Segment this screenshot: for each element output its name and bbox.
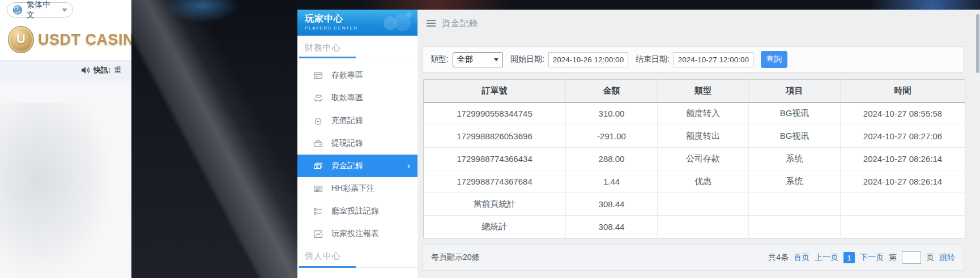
first-page-link[interactable]: 首页 — [794, 253, 809, 263]
game-controller-icon — [384, 12, 413, 33]
table-cell: 公司存款 — [658, 148, 749, 170]
sidebar: 玩家中心 PLAYERS CENTER 財務中心 存款專區取款專區充值記錄提現記… — [297, 10, 417, 278]
table-cell: 1729990558344745 — [424, 102, 566, 125]
search-button[interactable]: 查詢 — [761, 51, 787, 68]
hamburger-icon[interactable] — [427, 20, 436, 27]
withdraw-hand-icon — [313, 93, 323, 103]
filter-bar: 類型: 全部 開始日期: 结束日期: 查詢 — [422, 46, 964, 72]
hero-light-streak — [131, 0, 297, 278]
table-row: 1729988774366434288.00公司存款系统2024-10-27 0… — [424, 148, 965, 170]
section-underline — [297, 266, 417, 268]
player-center-panel: 玩家中心 PLAYERS CENTER 財務中心 存款專區取款專區充值記錄提現記… — [297, 10, 975, 278]
end-date-input[interactable] — [674, 52, 753, 67]
table-cell: 當前頁統計 — [424, 193, 566, 216]
start-date-label: 開始日期: — [510, 54, 544, 65]
purse-icon — [313, 138, 323, 148]
table-cell: 總統計 — [424, 216, 566, 238]
hero-background — [131, 0, 297, 278]
table-row: 1729988826053696-291.00额度转出BG视讯2024-10-2… — [424, 125, 965, 148]
page-title: 資金記錄 — [442, 18, 478, 29]
sidebar-item-withdraw-record[interactable]: 提現記錄 — [297, 132, 417, 155]
deposit-card-icon — [313, 70, 323, 80]
table-cell: 1729988826053696 — [424, 125, 566, 148]
sidebar-item-deposit-zone[interactable]: 存款專區 — [297, 64, 417, 87]
sidebar-item-funds-record[interactable]: 資金記錄› — [297, 155, 417, 177]
jump-button[interactable]: 跳转 — [939, 253, 955, 263]
page-size-text: 每頁顯示20條 — [431, 253, 480, 263]
table-cell: BG视讯 — [749, 125, 841, 148]
sidebar-item-withdraw-zone[interactable]: 取款專區 — [297, 87, 417, 109]
report-chart-icon — [313, 229, 323, 239]
pagination-bar: 每頁顯示20條 共4条 首页 上一页 1 下一页 第 页 跳转 — [422, 245, 964, 271]
scrollbar-thumb[interactable] — [976, 14, 979, 73]
jump-prefix-label: 第 — [889, 253, 897, 263]
jump-page-input[interactable] — [902, 251, 921, 264]
table-cell — [658, 193, 749, 216]
table-cell — [749, 216, 841, 238]
page: { "colors": { "accent_blue": "#2b8ff0", … — [0, 0, 980, 278]
column-header: 項目 — [749, 80, 841, 102]
section-underline — [297, 57, 417, 59]
banknotes-icon — [313, 161, 323, 171]
column-header: 金額 — [566, 80, 658, 102]
sidebar-menu: 存款專區取款專區充值記錄提現記錄資金記錄›HH彩票下注廳室投註記錄玩家投注報表 — [297, 64, 417, 245]
caret-down-icon — [62, 8, 67, 12]
sidebar-item-label: 廳室投註記錄 — [331, 206, 379, 216]
content-header: 資金記錄 — [427, 14, 478, 32]
panel-watermark — [0, 80, 131, 278]
table-cell: 288.00 — [566, 148, 658, 170]
language-selector[interactable]: 繁体中文 — [7, 2, 73, 18]
site-logo[interactable]: U USDT CASINO — [8, 26, 131, 53]
sidebar-item-lottery-bet[interactable]: HH彩票下注 — [297, 177, 417, 200]
table-row: 17299887743676841.44优惠系统2024-10-27 08:26… — [424, 170, 965, 193]
table-cell: 1.44 — [566, 170, 658, 193]
sidebar-item-label: HH彩票下注 — [331, 183, 374, 194]
prev-page-link[interactable]: 上一页 — [815, 253, 838, 263]
page-scrollbar[interactable] — [975, 10, 980, 278]
table-cell: 额度转入 — [658, 102, 749, 125]
table-cell: 2024-10-27 08:26:14 — [841, 170, 965, 193]
column-header: 類型 — [658, 80, 749, 102]
table-cell: 系统 — [749, 148, 841, 170]
sidebar-item-label: 充值記錄 — [331, 116, 363, 126]
sidebar-item-label: 玩家投注報表 — [331, 229, 379, 239]
sidebar-item-label: 提現記錄 — [331, 138, 363, 148]
column-header: 訂單號 — [424, 80, 566, 102]
table-cell: -291.00 — [566, 125, 658, 148]
coin-letter: U — [16, 32, 25, 46]
usdt-coin-logo: U — [8, 26, 34, 53]
start-date-input[interactable] — [548, 52, 628, 67]
section-label-personal: 個人中心 — [305, 251, 341, 262]
sidebar-item-label: 存款專區 — [331, 70, 363, 80]
pagination-controls: 共4条 首页 上一页 1 下一页 第 页 跳转 — [768, 251, 955, 264]
table-cell: 2024-10-27 08:26:14 — [841, 148, 965, 170]
list-detail-icon — [313, 206, 323, 216]
type-select[interactable]: 全部 — [453, 52, 503, 67]
table-row: 當前頁統計308.44 — [424, 193, 965, 216]
sidebar-item-label: 資金記錄 — [331, 161, 363, 171]
sidebar-item-player-bet-report[interactable]: 玩家投注報表 — [297, 223, 417, 245]
table-cell: 308.44 — [566, 193, 658, 216]
globe-icon — [12, 5, 23, 15]
chevron-right-icon: › — [407, 161, 410, 170]
end-date-label: 结束日期: — [636, 54, 670, 65]
table-cell: BG视讯 — [749, 102, 841, 125]
next-page-link[interactable]: 下一页 — [860, 253, 884, 263]
table-cell: 1729988774366434 — [424, 148, 566, 170]
ticker-text: 重 — [114, 65, 121, 75]
table-cell: 1729988774367684 — [424, 170, 566, 193]
current-page-badge[interactable]: 1 — [843, 252, 855, 263]
sidebar-item-recharge-record[interactable]: 充值記錄 — [297, 109, 417, 132]
funds-record-table: 訂單號金額類型項目時間 1729990558344745310.00额度转入BG… — [423, 79, 965, 238]
table-cell — [749, 193, 841, 216]
sidebar-header: 玩家中心 PLAYERS CENTER — [297, 10, 417, 36]
moneybag-icon — [313, 116, 323, 126]
section-label-finance: 財務中心 — [305, 42, 341, 53]
sidebar-item-room-bet-record[interactable]: 廳室投註記錄 — [297, 200, 417, 223]
table-cell: 优惠 — [658, 170, 749, 193]
speaker-icon — [81, 66, 90, 74]
total-count-text: 共4条 — [768, 253, 789, 263]
site-left-panel: 繁体中文 U USDT CASINO 快訊: 重 — [0, 0, 131, 278]
table-cell — [658, 216, 749, 238]
logo-text: USDT CASINO — [38, 31, 131, 49]
